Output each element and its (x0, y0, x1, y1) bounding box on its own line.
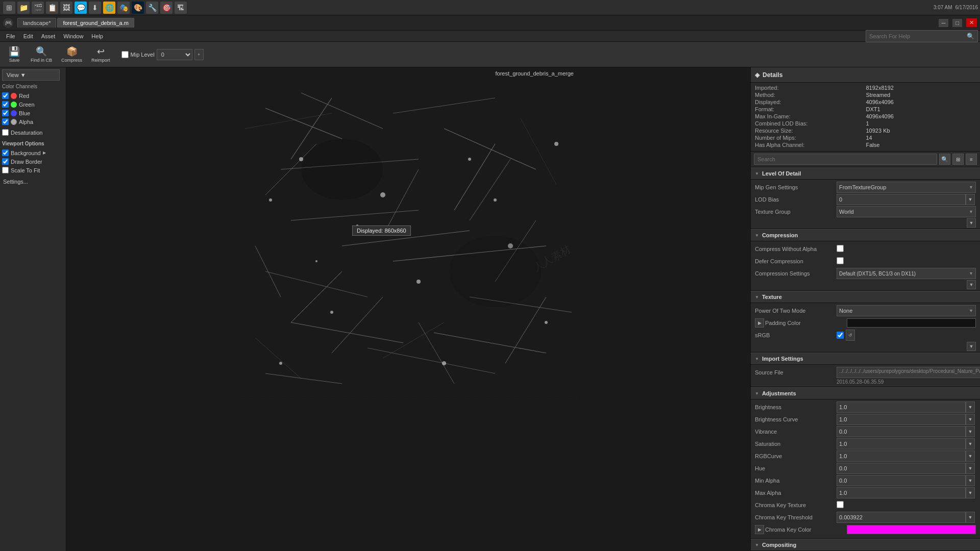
power-of-two-dropdown[interactable]: None ▼ (837, 305, 976, 316)
power-of-two-value[interactable]: None ▼ (837, 305, 976, 316)
save-button[interactable]: 💾 Save (4, 44, 24, 64)
vibrance-input[interactable] (837, 426, 966, 437)
menu-file[interactable]: File (2, 32, 19, 40)
background-row[interactable]: Background ▶ (2, 148, 64, 157)
brightness-curve-spin[interactable]: ▼ (966, 414, 975, 425)
defer-compression-checkbox[interactable] (837, 257, 844, 264)
mip-level-checkbox[interactable] (121, 51, 129, 58)
vibrance-spin[interactable]: ▼ (966, 426, 975, 437)
level-of-detail-header[interactable]: ▼ Level Of Detail (751, 167, 980, 180)
srgb-value[interactable]: ↺ (837, 330, 976, 341)
search-button[interactable]: 🔍 (939, 154, 950, 165)
saturation-value[interactable]: ▼ (837, 438, 976, 449)
taskbar-icon-chrome[interactable]: 🌐 (103, 2, 115, 14)
hue-spin[interactable]: ▼ (966, 463, 975, 474)
texture-group-dropdown[interactable]: World ▼ (837, 206, 976, 217)
taskbar-icon-image[interactable]: 🖼 (60, 2, 72, 14)
channel-green[interactable]: Green (2, 100, 64, 109)
menu-window[interactable]: Window (59, 32, 87, 40)
scale-to-fit-row[interactable]: Scale To Fit (2, 166, 64, 174)
lod-bias-value[interactable]: ▼ (837, 194, 976, 205)
start-button[interactable]: ⊞ (3, 2, 15, 14)
srgb-checkbox[interactable] (837, 332, 844, 339)
background-checkbox[interactable] (2, 149, 9, 156)
channel-red[interactable]: Red (2, 91, 64, 100)
max-alpha-input[interactable] (837, 487, 966, 498)
hue-input[interactable] (837, 463, 966, 474)
srgb-spin[interactable]: ↺ (846, 330, 855, 341)
texture-group-value[interactable]: World ▼ (837, 206, 976, 217)
chroma-key-threshold-spin[interactable]: ▼ (966, 512, 975, 523)
padding-color-expand-button[interactable]: ▶ (755, 318, 764, 328)
brightness-value[interactable]: ▼ (837, 402, 976, 413)
min-alpha-input[interactable] (837, 475, 966, 486)
rgb-curve-value[interactable]: ▼ (837, 450, 976, 462)
texture-expand-button[interactable]: ▼ (967, 342, 976, 351)
mip-gen-settings-value[interactable]: FromTextureGroup ▼ (837, 182, 976, 193)
view-dropdown-button[interactable]: View ▼ (2, 69, 60, 81)
tab-landscape[interactable]: landscape* (17, 18, 56, 28)
max-alpha-spin[interactable]: ▼ (966, 487, 975, 498)
mip-gen-dropdown[interactable]: FromTextureGroup ▼ (837, 182, 976, 193)
texture-header[interactable]: ▼ Texture (751, 291, 980, 303)
vibrance-value[interactable]: ▼ (837, 426, 976, 437)
max-alpha-value[interactable]: ▼ (837, 487, 976, 498)
channel-blue[interactable]: Blue (2, 109, 64, 117)
brightness-curve-value[interactable]: ▼ (837, 414, 976, 425)
settings-link[interactable]: Settings... (2, 178, 64, 186)
mip-level-select[interactable]: 0 (157, 49, 192, 60)
draw-border-row[interactable]: Draw Border (2, 157, 64, 166)
compositing-header[interactable]: ▼ Compositing (751, 539, 980, 551)
padding-color-display[interactable] (847, 318, 976, 328)
channel-green-checkbox[interactable] (2, 101, 9, 108)
tab-texture[interactable]: forest_ground_debris_a.m (57, 18, 134, 28)
search-input[interactable] (754, 154, 937, 165)
padding-color-swatch[interactable] (847, 318, 976, 328)
draw-border-checkbox[interactable] (2, 158, 9, 165)
find-in-cb-button[interactable]: 🔍 Find in CB (28, 44, 55, 64)
desaturation-checkbox[interactable] (2, 129, 9, 136)
compress-without-alpha-value[interactable] (837, 245, 976, 253)
chroma-key-threshold-input[interactable] (837, 512, 966, 523)
reimport-button[interactable]: ↩ Reimport (88, 44, 113, 64)
viewport-canvas[interactable]: 人人素材 人人素材 Displayed: 860x860 forest_grou… (66, 67, 750, 551)
defer-compression-value[interactable] (837, 257, 976, 265)
scale-to-fit-checkbox[interactable] (2, 167, 9, 173)
taskbar-icon-skype[interactable]: 💬 (75, 2, 87, 14)
chroma-key-threshold-value[interactable]: ▼ (837, 512, 976, 523)
desaturation-row[interactable]: Desaturation (2, 128, 64, 137)
hue-value[interactable]: ▼ (837, 463, 976, 474)
taskbar-icon-explorer[interactable]: 📁 (17, 2, 30, 14)
compress-without-alpha-checkbox[interactable] (837, 245, 844, 252)
min-alpha-value[interactable]: ▼ (837, 475, 976, 486)
lod-bias-spin[interactable]: ▼ (966, 194, 975, 205)
compress-button[interactable]: 📦 Compress (58, 44, 85, 64)
lod-expand-button[interactable]: ▼ (967, 218, 976, 228)
rgb-curve-input[interactable] (837, 450, 966, 462)
channel-red-checkbox[interactable] (2, 92, 9, 99)
taskbar-icon-dl[interactable]: ⬇ (89, 2, 101, 14)
import-settings-header[interactable]: ▼ Import Settings (751, 353, 980, 365)
lod-bias-input[interactable] (837, 194, 966, 205)
brightness-curve-input[interactable] (837, 414, 966, 425)
taskbar-icon-epic[interactable]: 🎭 (117, 2, 130, 14)
menu-help[interactable]: Help (87, 32, 107, 40)
menu-asset[interactable]: Asset (37, 32, 60, 40)
taskbar-icon-notes[interactable]: 📋 (46, 2, 58, 14)
maximize-button[interactable]: □ (952, 19, 962, 27)
adjustments-header[interactable]: ▼ Adjustments (751, 387, 980, 399)
chroma-key-color-swatch[interactable] (847, 525, 976, 534)
close-button[interactable]: ✕ (966, 18, 977, 27)
taskbar-icon-ue4b[interactable]: 🏗 (175, 2, 187, 14)
rgb-curve-spin[interactable]: ▼ (966, 450, 975, 462)
global-search-input[interactable] (869, 33, 965, 39)
taskbar-icon-ps[interactable]: 🎨 (132, 2, 144, 14)
taskbar-icon-video[interactable]: 🎬 (32, 2, 44, 14)
channel-blue-checkbox[interactable] (2, 110, 9, 116)
saturation-input[interactable] (837, 438, 966, 449)
chroma-key-texture-checkbox[interactable] (837, 501, 844, 508)
brightness-spin[interactable]: ▼ (966, 402, 975, 413)
compression-header[interactable]: ▼ Compression (751, 229, 980, 241)
compression-settings-dropdown[interactable]: Default (DXT1/5, BC1/3 on DX11) ▼ (837, 268, 976, 279)
chroma-key-texture-value[interactable] (837, 501, 976, 509)
